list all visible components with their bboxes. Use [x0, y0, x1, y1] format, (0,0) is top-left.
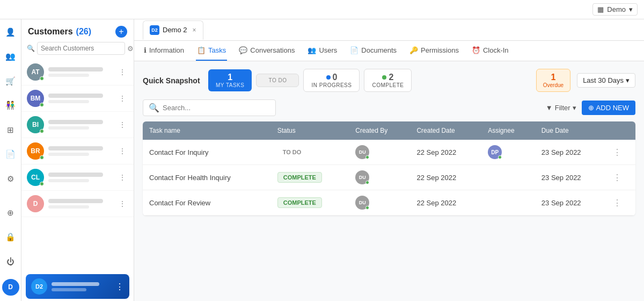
row-more-icon[interactable]: ⋮	[613, 198, 621, 207]
nav-add-circle-icon[interactable]: ⊕	[3, 205, 18, 220]
in-progress-label: IN PROGRESS	[311, 82, 352, 88]
sidebar-active-item[interactable]: D2 ⋮	[26, 274, 129, 299]
row-more-icon[interactable]: ⋮	[613, 173, 621, 182]
table-row[interactable]: Contact For Inquiry TO DO DU 22 Sep 2022…	[143, 140, 635, 165]
todo-label: TO DO	[264, 77, 291, 83]
online-dot	[40, 155, 44, 160]
in-progress-count: 0	[333, 73, 338, 82]
snapshot-my-tasks[interactable]: 1 My Tasks	[208, 69, 252, 91]
snapshot-complete[interactable]: 2 COMPLETE	[364, 69, 412, 92]
customer-sub-bar	[48, 179, 89, 182]
assignee-cell: DP	[481, 140, 535, 165]
sub-nav: ℹ Information 📋 Tasks 💬 Conversations 👥 …	[134, 41, 644, 61]
sidebar-item[interactable]: BI ⋮	[21, 112, 134, 138]
nav-users-settings-icon[interactable]: 👫	[3, 98, 18, 112]
sidebar-item[interactable]: AT ⋮	[21, 59, 134, 85]
item-more-icon[interactable]: ⋮	[116, 146, 128, 156]
sub-nav-clock-in-label: Clock-In	[483, 46, 509, 54]
sidebar: Customers (26) + 🔍 ⚙ « AT ⋮	[21, 19, 134, 301]
nav-modules-icon[interactable]: ⊞	[3, 123, 18, 137]
nav-user-add-icon[interactable]: 👤	[3, 25, 18, 39]
customer-name-bar	[48, 146, 103, 150]
add-customer-button[interactable]: +	[115, 26, 127, 38]
task-name-cell: Contact For Inquiry	[143, 140, 271, 165]
item-more-icon[interactable]: ⋮	[116, 172, 128, 183]
sidebar-item[interactable]: BR ⋮	[21, 138, 134, 164]
nav-settings-icon[interactable]: ⚙	[3, 171, 18, 186]
avatar: BI	[27, 116, 44, 133]
online-dot	[365, 181, 369, 184]
table-row[interactable]: Contact For Review COMPLETE DU 22 Sep 20…	[143, 190, 635, 216]
search-input[interactable]	[37, 42, 125, 55]
sub-nav-clock-in[interactable]: ⏰ Clock-In	[471, 41, 510, 61]
sub-nav-users[interactable]: 👥 Users	[306, 41, 338, 61]
nav-cart-icon[interactable]: 🛒	[3, 74, 18, 88]
sidebar-count: (26)	[76, 27, 91, 37]
created-date-cell: 22 Sep 2022	[410, 165, 481, 190]
due-date-cell: 23 Sep 2022	[535, 140, 606, 165]
created-date-cell: 22 Sep 2022	[410, 190, 481, 216]
nav-file-icon[interactable]: 📄	[3, 147, 18, 161]
filter-chevron-icon: ▾	[573, 104, 576, 112]
assignee-cell	[481, 190, 535, 216]
task-name-cell: Contact For Review	[143, 190, 271, 216]
topbar: ▦ Demo ▾	[0, 0, 644, 19]
nav-power-icon[interactable]: ⏻	[3, 254, 18, 269]
filter-button[interactable]: ▼ Filter ▾	[546, 104, 576, 112]
sidebar-item[interactable]: D ⋮	[21, 191, 134, 217]
customer-name-bar	[48, 120, 103, 124]
add-new-task-button[interactable]: ⊕ ADD NEW	[582, 101, 635, 115]
snapshot-todo[interactable]: TO DO	[256, 74, 299, 87]
avatar: BR	[27, 142, 44, 160]
customer-sub-bar	[48, 126, 89, 130]
sub-nav-tasks[interactable]: 📋 Tasks	[196, 41, 227, 61]
task-search-input[interactable]	[163, 104, 270, 112]
workspace-label: Demo	[607, 5, 626, 13]
sidebar-list: AT ⋮ BM ⋮	[21, 59, 134, 272]
task-search-bar: 🔍	[143, 99, 276, 116]
content-area: D2 Demo 2 × ℹ Information 📋 Tasks 💬 Conv…	[134, 19, 644, 301]
item-more-icon[interactable]: ⋮	[116, 67, 128, 77]
current-user-avatar[interactable]: D	[2, 279, 19, 296]
users-icon: 👥	[308, 46, 316, 54]
sub-nav-documents[interactable]: 📄 Documents	[349, 41, 398, 61]
tab-close-button[interactable]: ×	[193, 26, 196, 34]
sub-nav-information-label: Information	[149, 46, 184, 54]
sidebar-item[interactable]: CL ⋮	[21, 164, 134, 191]
avatar: D	[27, 195, 44, 212]
table-row[interactable]: Contact For Health Inquiry COMPLETE DU 2…	[143, 165, 635, 190]
snapshot-cards: 1 My Tasks TO DO 0 IN PROGRESS	[208, 69, 530, 92]
date-range-selector[interactable]: Last 30 Days ▾	[577, 73, 635, 88]
col-status: Status	[271, 121, 349, 140]
item-more-icon[interactable]: ⋮	[116, 119, 128, 130]
quick-snapshot-row: Quick Snapshot 1 My Tasks TO DO 0	[143, 69, 635, 92]
in-progress-dot	[326, 75, 331, 80]
nav-lock-icon[interactable]: 🔒	[3, 230, 18, 245]
search-filter-icon[interactable]: ⚙	[127, 45, 134, 53]
sidebar-item[interactable]: BM ⋮	[21, 85, 134, 112]
plus-icon: ⊕	[588, 104, 594, 112]
created-by-avatar: DU	[355, 145, 369, 159]
sub-nav-users-label: Users	[319, 46, 337, 54]
online-dot	[365, 206, 369, 210]
online-dot	[40, 182, 44, 186]
item-more-icon[interactable]: ⋮	[116, 93, 128, 104]
online-dot	[40, 129, 44, 133]
customer-name-area	[48, 94, 116, 103]
snapshot-in-progress[interactable]: 0 IN PROGRESS	[303, 69, 360, 92]
quick-snapshot-label: Quick Snapshot	[143, 76, 202, 85]
active-item-more-icon[interactable]: ⋮	[115, 282, 124, 292]
sub-nav-permissions[interactable]: 🔑 Permissions	[408, 41, 460, 61]
status-badge: COMPLETE	[277, 197, 322, 208]
row-more-icon[interactable]: ⋮	[613, 148, 621, 157]
tab-avatar: D2	[150, 25, 159, 35]
item-more-icon[interactable]: ⋮	[116, 198, 128, 209]
active-tab[interactable]: D2 Demo 2 ×	[143, 20, 203, 40]
sub-nav-conversations[interactable]: 💬 Conversations	[238, 41, 296, 61]
filter-icon: ▼	[546, 104, 553, 112]
sub-nav-information[interactable]: ℹ Information	[143, 41, 185, 61]
overdue-count: 1	[543, 73, 564, 82]
customer-sub-bar	[48, 74, 89, 77]
nav-group-icon[interactable]: 👥	[3, 49, 18, 63]
workspace-selector[interactable]: ▦ Demo ▾	[592, 3, 638, 16]
